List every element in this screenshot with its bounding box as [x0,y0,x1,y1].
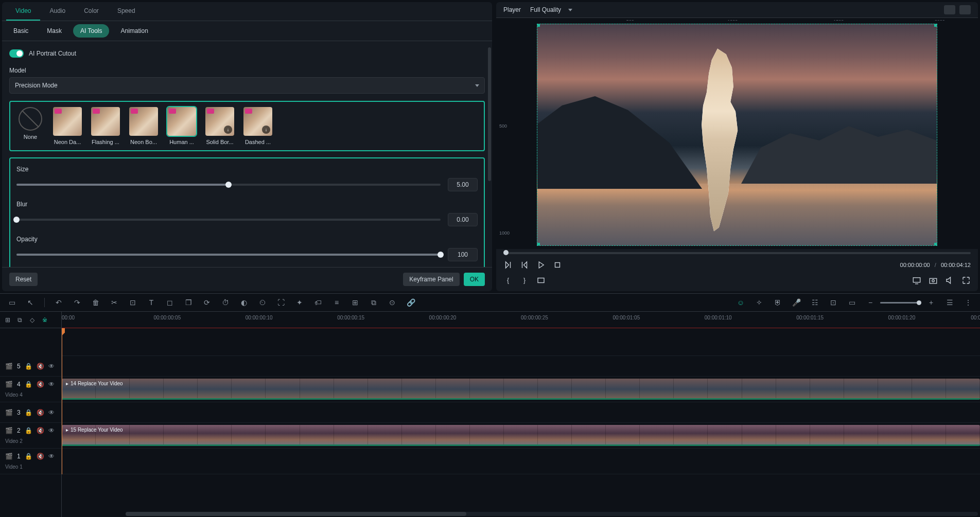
mute-icon[interactable]: 🔇 [37,363,44,370]
link-icon[interactable]: 🔗 [406,298,415,307]
stop-icon[interactable] [553,260,562,270]
track-header-4[interactable]: 🎬4 🔒 🔇 👁 Video 4 [0,377,61,402]
mute-icon[interactable]: 🔇 [37,381,44,388]
selection-handle[interactable] [537,24,540,27]
selection-handle[interactable] [934,243,937,246]
tracks-link-icon[interactable]: ⧉ [18,316,25,324]
mute-icon[interactable]: 🔇 [37,409,44,416]
eye-icon[interactable]: 👁 [48,363,55,370]
crop-icon[interactable]: ⊡ [128,298,137,307]
player-scrubber[interactable] [503,252,971,254]
ratio-icon[interactable] [536,276,546,285]
canvas-frame[interactable] [537,24,937,246]
mic-icon[interactable]: 🎤 [792,298,801,307]
marker-out-icon[interactable]: } [520,276,529,285]
delete-icon[interactable]: 🗑 [91,298,100,307]
volume-icon[interactable] [945,276,954,285]
enhance-icon[interactable]: ✧ [755,298,764,307]
timeline-tracks[interactable]: 00:00 00:00:00:05 00:00:00:10 00:00:00:1… [62,312,980,517]
quality-select[interactable]: Full Quality [530,6,572,13]
effects-icon[interactable]: ✦ [295,298,304,307]
blur-value[interactable]: 0.00 [448,213,478,226]
preset-dashed[interactable]: ↓ [243,107,272,136]
timeline-ruler[interactable]: 00:00 00:00:00:05 00:00:00:10 00:00:00:1… [62,312,980,328]
timeline-h-scrollbar[interactable] [126,512,978,516]
size-value[interactable]: 5.00 [448,178,478,191]
preset-solid-border[interactable]: ↓ [205,107,234,136]
settings-icon[interactable]: ⋮ [964,298,973,307]
cut-icon[interactable]: ✂ [110,298,119,307]
track-2[interactable]: ▸15 Replace Your Video [62,423,980,449]
preset-none[interactable] [19,107,42,131]
preset-human[interactable] [167,107,196,136]
subtab-mask[interactable]: Mask [40,24,69,38]
tag-icon[interactable]: 🏷 [313,298,323,307]
tab-video[interactable]: Video [6,2,40,21]
lock-icon[interactable]: 🔒 [25,381,32,388]
mute-icon[interactable]: 🔇 [37,427,44,434]
eye-icon[interactable]: 👁 [48,381,55,388]
tab-audio[interactable]: Audio [40,2,75,21]
ai-portrait-toggle[interactable] [9,49,24,58]
selection-handle[interactable] [537,243,540,246]
preset-neon-dash[interactable] [53,107,82,136]
caption-icon[interactable]: ▭ [847,298,856,307]
preset-flashing[interactable] [91,107,120,136]
subtab-aitools[interactable]: AI Tools [73,24,109,38]
duplicate-icon[interactable]: ⧉ [369,298,378,307]
subtab-basic[interactable]: Basic [6,24,36,38]
panel-scrollbar[interactable] [488,47,491,181]
track-header-2[interactable]: 🎬2 🔒 🔇 👁 Video 2 [0,423,61,449]
model-select[interactable]: Precision Mode [9,77,485,94]
keyframe-panel-button[interactable]: Keyframe Panel [403,273,459,286]
lock-icon[interactable]: 🔒 [25,453,32,460]
clip-15[interactable]: ▸15 Replace Your Video [62,425,980,446]
play-icon[interactable] [536,260,546,270]
lock-icon[interactable]: 🔒 [25,427,32,434]
subtab-animation[interactable]: Animation [113,24,155,38]
eye-icon[interactable]: 👁 [48,453,55,460]
picture-icon[interactable] [959,5,971,14]
size-slider[interactable] [16,184,441,186]
display-icon[interactable] [912,276,921,285]
speed-icon[interactable]: ⏱ [221,298,230,307]
snapshot-icon[interactable] [929,276,938,285]
fullscreen-icon[interactable] [961,276,971,285]
subtitle-icon[interactable]: ☷ [810,298,819,307]
reset-button[interactable]: Reset [9,273,38,286]
selection-handle[interactable] [934,24,937,27]
rotate-icon[interactable]: ⟳ [202,298,212,307]
shield-icon[interactable]: ⛨ [773,298,782,307]
playhead[interactable] [62,328,62,474]
track-4[interactable]: ▸14 Replace Your Video [62,377,980,402]
lock-icon[interactable]: 🔒 [25,409,32,416]
opacity-slider[interactable] [16,254,441,256]
tab-color[interactable]: Color [75,2,108,21]
blur-slider[interactable] [16,219,441,221]
marker-in-icon[interactable]: { [503,276,513,285]
zoom-out-icon[interactable]: − [866,298,875,307]
track-1[interactable] [62,449,980,474]
zoom-slider[interactable] [880,302,921,304]
tracks-marker-icon[interactable]: ◇ [30,316,37,324]
ok-button[interactable]: OK [464,273,485,286]
track-header-5[interactable]: 🎬5 🔒 🔇 👁 [0,356,61,377]
timer-icon[interactable]: ⏲ [258,298,267,307]
opacity-value[interactable]: 100 [448,248,478,261]
eye-icon[interactable]: 👁 [48,427,55,434]
text-icon[interactable]: T [147,298,156,307]
layout-grid-icon[interactable] [944,5,955,14]
layers-icon[interactable]: ❐ [184,298,193,307]
record-icon[interactable]: ⊡ [829,298,838,307]
preset-neon-border[interactable] [129,107,158,136]
track-header-3[interactable]: 🎬3 🔒 🔇 👁 [0,402,61,423]
track-5[interactable] [62,356,980,377]
track-3[interactable] [62,402,980,423]
tracks-expand-icon[interactable]: ⊞ [5,316,12,324]
color-icon[interactable]: ◐ [239,298,249,307]
toggle-icon[interactable]: ⊙ [388,298,397,307]
cursor-icon[interactable]: ↖ [26,298,35,307]
undo-icon[interactable]: ↶ [54,298,63,307]
shape-icon[interactable]: ◻ [165,298,174,307]
redo-icon[interactable]: ↷ [73,298,82,307]
